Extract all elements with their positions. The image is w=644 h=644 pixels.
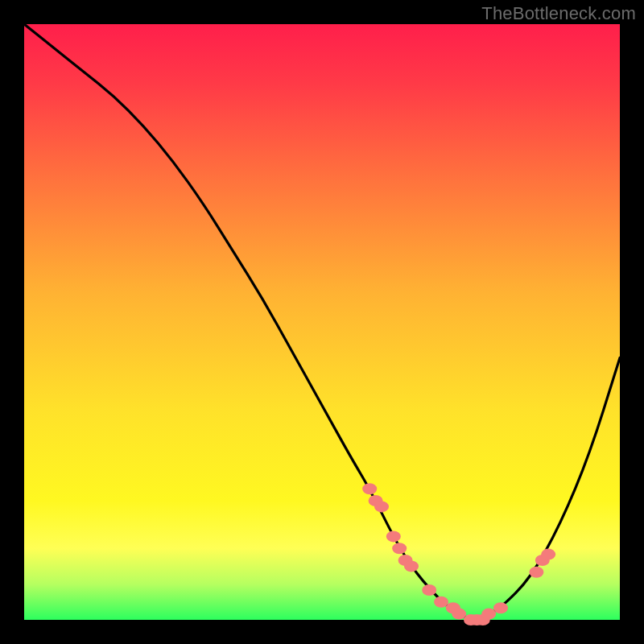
highlight-dot (541, 549, 555, 560)
highlight-dot (404, 560, 419, 572)
highlight-dot (392, 543, 407, 554)
highlight-dot (386, 530, 401, 542)
chart-frame: TheBottleneck.com (0, 0, 644, 644)
highlight-dots-group (362, 483, 555, 625)
watermark-text: TheBottleneck.com (481, 3, 636, 24)
highlight-dot (481, 609, 496, 620)
chart-svg (24, 24, 620, 620)
highlight-dot (452, 609, 466, 620)
bottleneck-curve (24, 24, 620, 618)
highlight-dot (374, 501, 389, 512)
highlight-dot (362, 483, 377, 494)
highlight-dot (422, 584, 436, 596)
highlight-dot (529, 567, 543, 578)
plot-area (24, 24, 620, 620)
highlight-dot (434, 597, 448, 608)
highlight-dot (493, 602, 508, 613)
